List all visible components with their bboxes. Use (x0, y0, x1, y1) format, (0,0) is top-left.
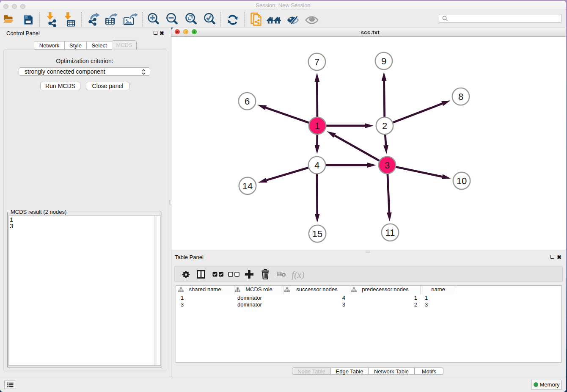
svg-text:1: 1 (315, 121, 320, 131)
svg-text:15: 15 (312, 229, 322, 239)
svg-text:11: 11 (385, 227, 395, 238)
svg-text:10: 10 (457, 176, 467, 186)
svg-text:8: 8 (458, 91, 463, 102)
svg-text:9: 9 (381, 56, 386, 66)
svg-text:7: 7 (314, 57, 319, 67)
svg-text:4: 4 (314, 160, 319, 171)
svg-text:2: 2 (382, 121, 387, 131)
svg-text:3: 3 (385, 160, 390, 171)
svg-text:14: 14 (242, 181, 253, 191)
svg-text:6: 6 (245, 96, 250, 107)
